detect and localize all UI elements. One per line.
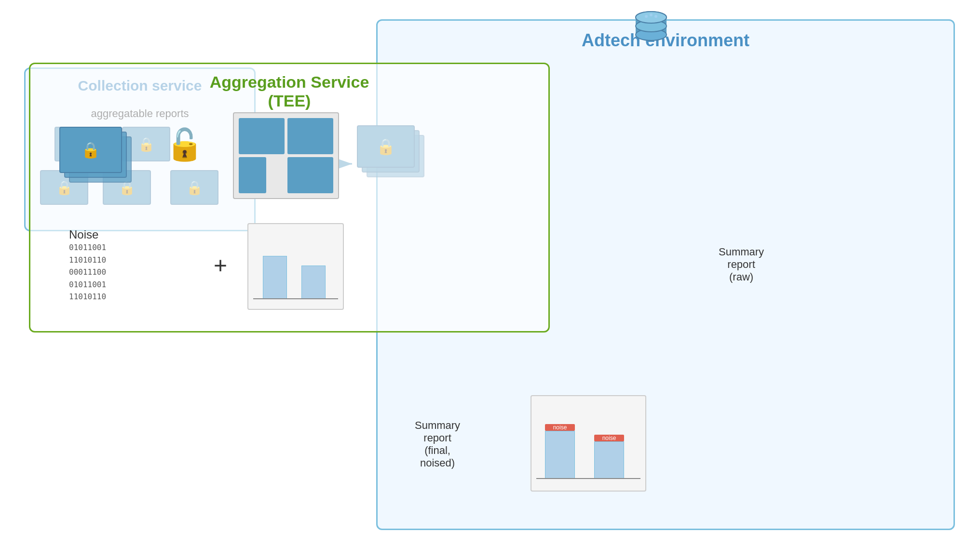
noise-label: Noise bbox=[69, 228, 106, 241]
noise-binary: 01011001 11010110 00011100 01011001 1101… bbox=[69, 241, 106, 303]
svg-point-10 bbox=[636, 12, 667, 23]
svg-point-12 bbox=[650, 13, 653, 16]
svg-point-11 bbox=[645, 15, 648, 18]
aggregation-service-box: Aggregation Service (TEE) 🔒 🔓 bbox=[29, 63, 550, 333]
diagram-container: Adtech environment Collection service ag… bbox=[0, 0, 980, 559]
unlocked-lock: 🔓 bbox=[165, 127, 204, 163]
noise-section: Noise 01011001 11010110 00011100 0101100… bbox=[69, 228, 106, 303]
noise-tag-2: noise bbox=[602, 435, 616, 441]
database-icon bbox=[632, 10, 670, 50]
noise-tag-1: noise bbox=[553, 424, 567, 431]
summary-raw-label: Summary report (raw) bbox=[719, 246, 764, 283]
final-chart-card: noise noise bbox=[531, 395, 646, 492]
aggregation-service-label: Aggregation Service (TEE) bbox=[210, 73, 369, 110]
decoded-doc bbox=[233, 112, 339, 199]
summary-final-label: Summary report (final, noised) bbox=[415, 419, 460, 469]
raw-chart-card bbox=[247, 223, 344, 310]
plus-sign: + bbox=[214, 252, 227, 279]
svg-point-13 bbox=[654, 15, 657, 18]
